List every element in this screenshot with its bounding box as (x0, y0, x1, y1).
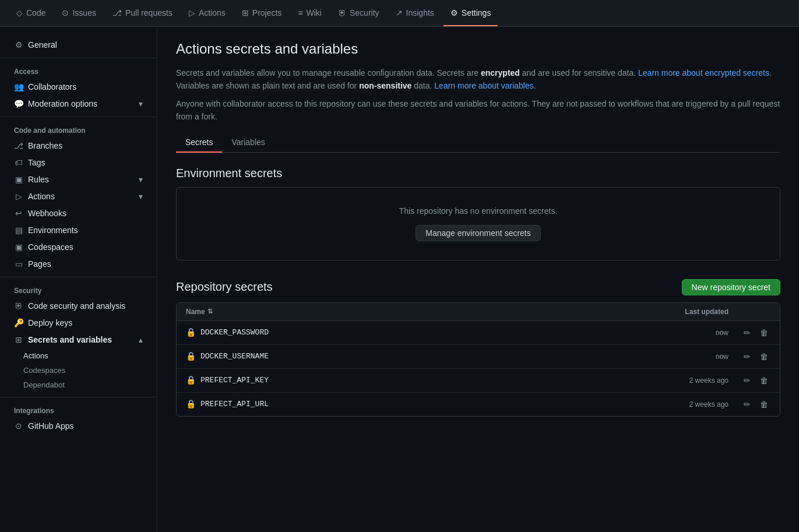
sidebar-item-secrets-variables[interactable]: ⊞ Secrets and variables ▴ (5, 332, 152, 348)
repo-secrets-header: Repository secrets New repository secret (176, 279, 780, 295)
lock-icon: 🔒 (186, 399, 196, 409)
sidebar-item-environments[interactable]: ▤ Environments (5, 222, 152, 238)
delete-secret-button[interactable]: 🗑 (758, 351, 770, 362)
sidebar-sub-item-actions[interactable]: Actions (0, 348, 157, 363)
sidebar-item-moderation[interactable]: 💬 Moderation options ▾ (5, 96, 152, 112)
tab-variables[interactable]: Variables (222, 133, 274, 153)
table-row: 🔒 DOCKER_PASSWORD now ✏ 🗑 (177, 321, 780, 345)
edit-secret-button[interactable]: ✏ (741, 327, 753, 339)
manage-environment-secrets-button[interactable]: Manage environment secrets (416, 225, 541, 241)
edit-secret-button[interactable]: ✏ (741, 399, 753, 410)
sidebar-item-actions[interactable]: ▷ Actions ▾ (5, 188, 152, 205)
page-title: Actions secrets and variables (176, 41, 780, 57)
secret-name: 🔒 PREFECT_API_KEY (186, 375, 635, 385)
nav-issues[interactable]: ⊙ Issues (55, 0, 103, 26)
secret-action-buttons: ✏ 🗑 (728, 399, 770, 410)
people-icon: 👥 (14, 82, 23, 91)
gear-icon: ⚙ (14, 40, 23, 50)
issues-icon: ⊙ (62, 8, 69, 17)
secrets-table-header: Name ⇅ Last updated (177, 303, 780, 321)
sidebar-section-security: Security (0, 282, 157, 297)
col-updated-header: Last updated (635, 308, 728, 316)
secret-action-buttons: ✏ 🗑 (728, 375, 770, 386)
sidebar-item-general[interactable]: ⚙ General (5, 37, 152, 53)
insights-icon: ↗ (396, 8, 403, 17)
variables-link[interactable]: Learn more about variables (434, 81, 533, 90)
nav-wiki[interactable]: ≡ Wiki (291, 0, 329, 26)
sidebar-divider-integrations (0, 397, 157, 397)
sidebar-item-deploy-keys[interactable]: 🔑 Deploy keys (5, 315, 152, 331)
secret-updated: now (635, 353, 728, 361)
shield-icon: ⛨ (14, 301, 23, 311)
sidebar-section-integrations: Integrations (0, 402, 157, 417)
sidebar-item-codespaces[interactable]: ▣ Codespaces (5, 239, 152, 255)
secret-updated: 2 weeks ago (635, 376, 728, 385)
sidebar-sub-item-codespaces[interactable]: Codespaces (0, 363, 157, 378)
chevron-down-icon: ▾ (139, 175, 143, 184)
projects-icon: ⊞ (242, 8, 249, 17)
secrets-table: Name ⇅ Last updated 🔒 DOCKER_PASSWORD no… (176, 302, 780, 417)
nav-security[interactable]: ⛨ Security (331, 0, 386, 26)
lock-icon: 🔒 (186, 327, 196, 337)
secret-action-buttons: ✏ 🗑 (728, 327, 770, 339)
actions-sidebar-icon: ▷ (14, 192, 23, 201)
settings-icon: ⚙ (450, 8, 458, 17)
secret-name: 🔒 DOCKER_PASSWORD (186, 327, 635, 337)
repository-secrets-title: Repository secrets (176, 280, 273, 294)
secrets-icon: ⊞ (14, 335, 23, 344)
table-row: 🔒 PREFECT_API_KEY 2 weeks ago ✏ 🗑 (177, 369, 780, 393)
edit-secret-button[interactable]: ✏ (741, 375, 753, 386)
nav-settings[interactable]: ⚙ Settings (444, 0, 498, 26)
pull-requests-icon: ⎇ (112, 8, 122, 17)
nav-pull-requests[interactable]: ⎇ Pull requests (105, 0, 179, 26)
sidebar-section-code-automation: Code and automation (0, 122, 157, 137)
sidebar-item-github-apps[interactable]: ⊙ GitHub Apps (5, 418, 152, 434)
secret-action-buttons: ✏ 🗑 (728, 351, 770, 362)
nav-actions[interactable]: ▷ Actions (182, 0, 233, 26)
webhooks-icon: ↩ (14, 209, 23, 218)
nav-code[interactable]: ◇ Code (9, 0, 52, 26)
codespaces-icon: ▣ (14, 242, 23, 252)
lock-icon: 🔒 (186, 375, 196, 385)
actions-icon: ▷ (189, 8, 195, 17)
sidebar-item-code-security[interactable]: ⛨ Code security and analysis (5, 298, 152, 314)
table-row: 🔒 DOCKER_USERNAME now ✏ 🗑 (177, 345, 780, 369)
nav-projects[interactable]: ⊞ Projects (235, 0, 289, 26)
pages-icon: ▭ (14, 259, 23, 269)
secrets-tabs: Secrets Variables (176, 133, 780, 153)
nav-insights[interactable]: ↗ Insights (389, 0, 441, 26)
top-nav: ◇ Code ⊙ Issues ⎇ Pull requests ▷ Action… (0, 0, 799, 27)
edit-secret-button[interactable]: ✏ (741, 351, 753, 362)
environments-icon: ▤ (14, 226, 23, 235)
encrypted-secrets-link[interactable]: Learn more about encrypted secrets (638, 68, 769, 77)
sidebar-item-webhooks[interactable]: ↩ Webhooks (5, 205, 152, 221)
sidebar-item-tags[interactable]: 🏷 Tags (5, 154, 152, 171)
github-apps-icon: ⊙ (14, 421, 23, 431)
table-row: 🔒 PREFECT_API_URL 2 weeks ago ✏ 🗑 (177, 393, 780, 416)
sidebar-item-branches[interactable]: ⎇ Branches (5, 138, 152, 154)
sidebar-item-pages[interactable]: ▭ Pages (5, 256, 152, 272)
delete-secret-button[interactable]: 🗑 (758, 375, 770, 386)
delete-secret-button[interactable]: 🗑 (758, 399, 770, 410)
sidebar-item-rules[interactable]: ▣ Rules ▾ (5, 171, 152, 188)
sort-icon: ⇅ (207, 308, 213, 315)
delete-secret-button[interactable]: 🗑 (758, 327, 770, 339)
rules-icon: ▣ (14, 175, 23, 184)
chevron-down-icon: ▾ (139, 99, 143, 108)
tag-icon: 🏷 (14, 158, 23, 167)
wiki-icon: ≡ (298, 8, 302, 17)
col-name-header: Name ⇅ (186, 308, 635, 316)
sidebar-divider-code (0, 117, 157, 117)
env-secrets-empty-text: This repository has no environment secre… (195, 206, 761, 216)
sidebar-divider-access (0, 58, 157, 58)
secret-name: 🔒 DOCKER_USERNAME (186, 351, 635, 361)
sidebar-sub-item-dependabot[interactable]: Dependabot (0, 378, 157, 392)
sidebar-item-collaborators[interactable]: 👥 Collaborators (5, 79, 152, 95)
moderation-icon: 💬 (14, 99, 23, 108)
tab-secrets[interactable]: Secrets (176, 133, 222, 153)
layout: ⚙ General Access 👥 Collaborators 💬 Moder… (0, 27, 799, 532)
sidebar-divider-security (0, 277, 157, 277)
secret-name: 🔒 PREFECT_API_URL (186, 399, 635, 409)
new-repository-secret-button[interactable]: New repository secret (682, 279, 780, 295)
environment-secrets-title: Environment secrets (176, 167, 780, 180)
